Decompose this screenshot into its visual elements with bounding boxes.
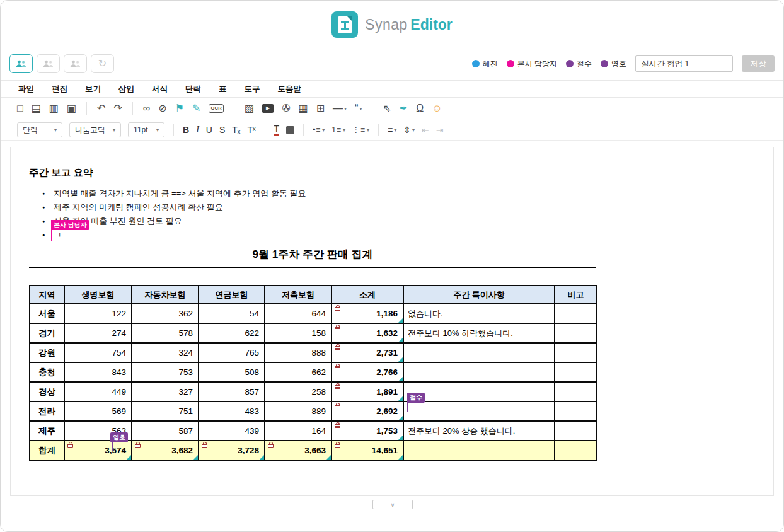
emoji-icon[interactable]: ☺: [432, 103, 442, 113]
select-object-icon[interactable]: ⇖: [383, 103, 391, 113]
value-cell[interactable]: 54: [199, 304, 265, 323]
menu-item[interactable]: 편집: [52, 84, 67, 95]
column-header[interactable]: 저축보험: [265, 286, 331, 304]
bookmark-icon[interactable]: ⚑: [175, 103, 184, 113]
menu-item[interactable]: 파일: [18, 84, 34, 95]
note-cell[interactable]: 없습니다.: [403, 304, 555, 323]
remark-cell[interactable]: [555, 421, 597, 441]
subtotal-cell[interactable]: 2,731: [331, 343, 403, 362]
undo-icon[interactable]: ↶: [97, 103, 105, 113]
font-family-dropdown[interactable]: 나눔고딕 ▾: [69, 122, 121, 137]
menu-item[interactable]: 삽입: [118, 84, 134, 95]
document-heading[interactable]: 주간 보고 요약: [29, 166, 93, 180]
insert-video-icon[interactable]: ▶: [262, 104, 274, 113]
column-header[interactable]: 소계: [331, 286, 403, 304]
remark-cell[interactable]: [555, 343, 597, 362]
bullet-item[interactable]: 제주 지역의 마케팅 캠페인 성공사례 확산 필요: [42, 200, 306, 214]
value-cell[interactable]: 753: [132, 362, 199, 382]
value-cell[interactable]: 122: [64, 304, 132, 323]
special-character-icon[interactable]: Ω: [416, 103, 424, 113]
column-header[interactable]: 주간 특이사항: [403, 286, 555, 304]
page-layout-icon[interactable]: ▣: [67, 103, 76, 113]
region-cell[interactable]: 서울: [30, 304, 64, 323]
value-cell[interactable]: 622: [199, 323, 265, 343]
value-cell[interactable]: 508: [199, 362, 265, 382]
column-header[interactable]: 생명보험: [64, 286, 132, 304]
subtotal-cell[interactable]: 2,692: [331, 402, 403, 421]
shading-button[interactable]: [286, 126, 294, 134]
region-cell[interactable]: 전라: [30, 402, 64, 421]
insert-image-icon[interactable]: ▧: [245, 103, 254, 113]
value-cell[interactable]: 569: [64, 402, 132, 421]
note-cell[interactable]: [403, 441, 555, 460]
underline-button[interactable]: U: [206, 125, 212, 134]
subtotal-cell[interactable]: 14,651: [331, 441, 403, 460]
numbered-list-button[interactable]: 1≡▾: [331, 126, 345, 134]
note-cell[interactable]: [403, 402, 555, 421]
value-cell[interactable]: 857: [199, 382, 265, 402]
menu-item[interactable]: 서식: [152, 84, 168, 95]
font-color-button[interactable]: T: [274, 124, 280, 136]
font-size-dropdown[interactable]: 11pt ▾: [128, 122, 164, 137]
value-cell[interactable]: 449: [64, 382, 132, 402]
subtotal-cell[interactable]: 1,753: [331, 421, 403, 441]
highlight-pen-icon[interactable]: ✎: [192, 103, 200, 113]
column-header[interactable]: 연금보험: [199, 286, 265, 304]
remark-cell[interactable]: [555, 441, 597, 460]
bullet-list-button[interactable]: •≡▾: [313, 126, 325, 134]
document-info-icon[interactable]: ▥: [49, 103, 59, 113]
save-button[interactable]: 저장: [742, 55, 775, 72]
note-cell[interactable]: 전주보다 20% 상승 했습니다.: [403, 421, 555, 441]
subscript-button[interactable]: Tₓ: [232, 125, 240, 134]
indent-button[interactable]: ⇥: [436, 125, 444, 134]
value-cell[interactable]: 483: [199, 402, 265, 421]
collab-sync-button[interactable]: ↻: [91, 54, 114, 73]
region-cell[interactable]: 합계: [30, 441, 64, 460]
redo-icon[interactable]: ↷: [113, 103, 122, 113]
value-cell[interactable]: 362: [132, 304, 199, 323]
subtotal-cell[interactable]: 1,186: [331, 304, 403, 323]
region-cell[interactable]: 강원: [30, 343, 64, 362]
value-cell[interactable]: 888: [265, 343, 331, 362]
column-header[interactable]: 지역: [30, 286, 64, 304]
remark-cell[interactable]: [555, 382, 597, 402]
value-cell[interactable]: 644: [265, 304, 331, 323]
note-cell[interactable]: [403, 362, 555, 382]
ocr-icon[interactable]: OCR: [209, 104, 224, 113]
menu-item[interactable]: 보기: [85, 84, 101, 95]
bold-button[interactable]: B: [183, 125, 189, 134]
collapse-panel-button[interactable]: ∨: [372, 500, 413, 509]
value-cell[interactable]: 587: [132, 421, 199, 441]
region-cell[interactable]: 경기: [30, 323, 64, 343]
insert-frame-icon[interactable]: ⊞: [316, 103, 325, 113]
unlink-icon[interactable]: ⊘: [158, 103, 166, 113]
value-cell[interactable]: 662: [265, 362, 331, 382]
region-cell[interactable]: 제주: [30, 421, 64, 441]
strikethrough-button[interactable]: S: [219, 125, 225, 134]
subtotal-cell[interactable]: 1,632: [331, 323, 403, 343]
superscript-button[interactable]: Tˣ: [247, 125, 255, 134]
attach-file-icon[interactable]: ✇: [282, 103, 290, 113]
value-cell[interactable]: 258: [265, 382, 331, 402]
italic-button[interactable]: I: [196, 125, 199, 134]
collab-invite-button[interactable]: [64, 54, 87, 73]
remark-cell[interactable]: [555, 323, 597, 343]
remark-cell[interactable]: [555, 402, 597, 421]
value-cell[interactable]: 765: [199, 343, 265, 362]
bullet-item[interactable]: 지역별 매출 격차가 지나치게 큼 ==> 서울 지역에 추가 영업 활동 필요: [42, 187, 306, 200]
note-cell[interactable]: [403, 343, 555, 362]
value-cell[interactable]: 754: [64, 343, 132, 362]
remark-cell[interactable]: [555, 304, 597, 323]
value-cell[interactable]: 158: [265, 323, 331, 343]
line-spacing-button[interactable]: ⇕▾: [403, 125, 415, 134]
menu-item[interactable]: 도구: [245, 84, 260, 95]
menu-item[interactable]: 단락: [185, 84, 201, 95]
note-cell[interactable]: [403, 382, 555, 402]
paragraph-style-dropdown[interactable]: 단락 ▾: [17, 122, 62, 137]
blockquote-icon[interactable]: “▾: [355, 103, 362, 113]
value-cell[interactable]: 3,663: [265, 441, 331, 460]
value-cell[interactable]: 578: [132, 323, 199, 343]
realtime-collab-button[interactable]: [9, 54, 33, 73]
value-cell[interactable]: 843: [64, 362, 132, 382]
column-header[interactable]: 자동차보험: [132, 286, 199, 304]
